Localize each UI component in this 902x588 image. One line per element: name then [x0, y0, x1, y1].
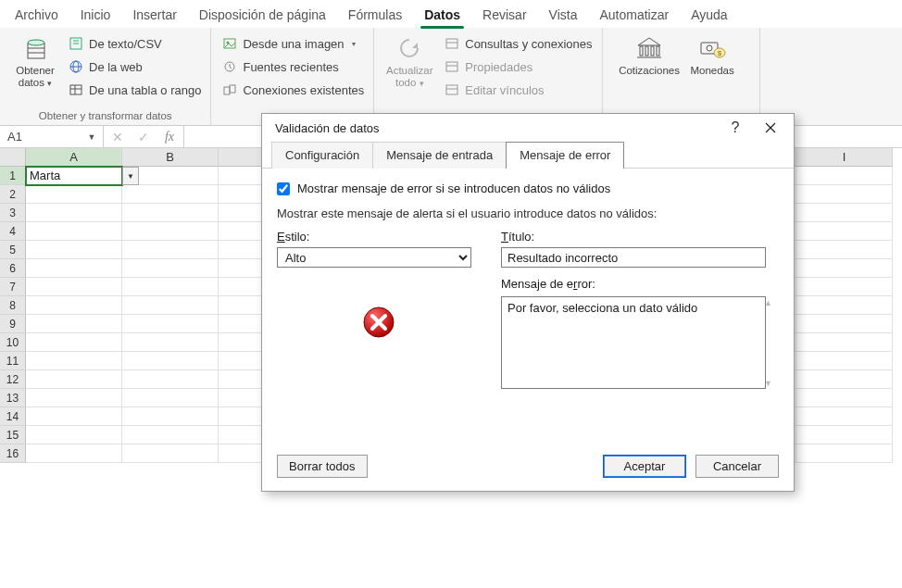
source-de-la-web[interactable]: De la web [67, 56, 203, 77]
cell[interactable] [26, 444, 122, 463]
cell[interactable] [26, 278, 122, 296]
cell[interactable] [26, 315, 122, 333]
source-de-una-tabla-o-rango[interactable]: De una tabla o rango [67, 80, 203, 100]
cell[interactable] [796, 389, 893, 407]
dialog-tab-configuraci-n[interactable]: Configuración [271, 142, 373, 169]
row-header[interactable]: 2 [0, 185, 26, 204]
cell[interactable] [26, 333, 122, 352]
source-fuentes-recientes[interactable]: Fuentes recientes [220, 56, 366, 77]
data-validation-dropdown[interactable]: ▼ [122, 167, 139, 185]
queries-consultas-y-conexiones[interactable]: Consultas y conexiones [443, 33, 594, 54]
cell[interactable] [26, 426, 122, 444]
cell[interactable] [122, 204, 219, 222]
cell[interactable] [26, 259, 122, 278]
row-header[interactable]: 10 [0, 333, 26, 352]
tab-ayuda[interactable]: Ayuda [680, 3, 738, 28]
cell[interactable] [26, 204, 122, 222]
cell[interactable] [796, 278, 893, 296]
tab-datos[interactable]: Datos [413, 3, 471, 28]
row-header[interactable]: 4 [0, 222, 26, 241]
row-header[interactable]: 3 [0, 204, 26, 222]
cell[interactable] [122, 426, 219, 444]
tab-fórmulas[interactable]: Fórmulas [337, 3, 413, 28]
show-error-checkbox-row[interactable]: Mostrar mensaje de error si se introduce… [277, 181, 779, 195]
row-header[interactable]: 5 [0, 241, 26, 259]
cell[interactable] [122, 222, 219, 241]
show-error-checkbox[interactable] [277, 182, 290, 195]
cell[interactable] [796, 259, 893, 278]
cell[interactable] [122, 315, 219, 333]
column-header[interactable]: I [796, 148, 893, 167]
error-message-field[interactable] [501, 296, 766, 389]
cell[interactable] [26, 370, 122, 389]
refresh-all-button[interactable]: Actualizartodo ▾ [382, 31, 437, 104]
source-conexiones-existentes[interactable]: Conexiones existentes [220, 80, 366, 100]
row-header[interactable]: 16 [0, 444, 26, 463]
row-header[interactable]: 15 [0, 426, 26, 444]
column-header[interactable]: A [26, 148, 122, 167]
cell[interactable] [26, 389, 122, 407]
style-select[interactable]: Alto [277, 247, 471, 268]
cell[interactable] [796, 241, 893, 259]
source-desde-una-imagen[interactable]: Desde una imagen▾ [220, 33, 366, 54]
cell[interactable] [796, 426, 893, 444]
row-header[interactable]: 11 [0, 352, 26, 370]
row-header[interactable]: 13 [0, 389, 26, 407]
cell[interactable] [796, 407, 893, 426]
cell[interactable] [26, 185, 122, 204]
tab-archivo[interactable]: Archivo [4, 3, 69, 28]
name-box[interactable]: A1 ▼ [0, 126, 104, 147]
cell[interactable] [26, 222, 122, 241]
cell[interactable] [122, 370, 219, 389]
help-button[interactable]: ? [718, 116, 753, 140]
row-header[interactable]: 9 [0, 315, 26, 333]
cell[interactable] [26, 241, 122, 259]
row-header[interactable]: 14 [0, 407, 26, 426]
cancel-button[interactable]: Cancelar [695, 455, 779, 478]
cell[interactable] [796, 315, 893, 333]
row-header[interactable]: 12 [0, 370, 26, 389]
tab-inicio[interactable]: Inicio [69, 3, 122, 28]
tab-vista[interactable]: Vista [538, 3, 589, 28]
tab-disposición-de-página[interactable]: Disposición de página [188, 3, 337, 28]
row-header[interactable]: 7 [0, 278, 26, 296]
cell[interactable] [122, 444, 219, 463]
tab-revisar[interactable]: Revisar [471, 3, 537, 28]
fx-icon[interactable]: fx [161, 130, 178, 144]
row-header[interactable]: 1 [0, 167, 26, 185]
ok-button[interactable]: Aceptar [603, 455, 686, 478]
source-de-texto-csv[interactable]: De texto/CSV [67, 33, 203, 54]
cell[interactable] [122, 259, 219, 278]
cell[interactable] [122, 185, 219, 204]
cell[interactable] [122, 407, 219, 426]
dialog-tab-mensaje-de-error[interactable]: Mensaje de error [506, 142, 624, 169]
currencies-data-type-button[interactable]: $ Monedas [684, 31, 740, 104]
dialog-title-bar[interactable]: Validación de datos ? [262, 114, 794, 142]
cell[interactable] [26, 407, 122, 426]
row-header[interactable]: 8 [0, 296, 26, 315]
cell[interactable] [122, 296, 219, 315]
cell[interactable] [26, 352, 122, 370]
cell[interactable] [796, 185, 893, 204]
dialog-tab-mensaje-de-entrada[interactable]: Mensaje de entrada [372, 142, 507, 169]
cell[interactable] [122, 389, 219, 407]
row-header[interactable]: 6 [0, 259, 26, 278]
clear-all-button[interactable]: Borrar todos [277, 455, 368, 478]
tab-automatizar[interactable]: Automatizar [588, 3, 680, 28]
cell[interactable] [122, 352, 219, 370]
cell[interactable] [796, 370, 893, 389]
chevron-down-icon[interactable]: ▼ [84, 132, 99, 142]
cell[interactable] [796, 204, 893, 222]
cell[interactable] [796, 167, 893, 185]
cell[interactable] [122, 333, 219, 352]
title-field[interactable] [501, 247, 766, 268]
cell[interactable] [122, 241, 219, 259]
cell[interactable] [796, 333, 893, 352]
cell[interactable] [26, 296, 122, 315]
get-data-button[interactable]: Obtenerdatos ▾ [7, 31, 63, 104]
select-all-corner[interactable] [0, 148, 26, 167]
cell[interactable] [796, 222, 893, 241]
cell[interactable] [122, 278, 219, 296]
cell[interactable] [796, 444, 893, 463]
column-header[interactable]: B [122, 148, 219, 167]
